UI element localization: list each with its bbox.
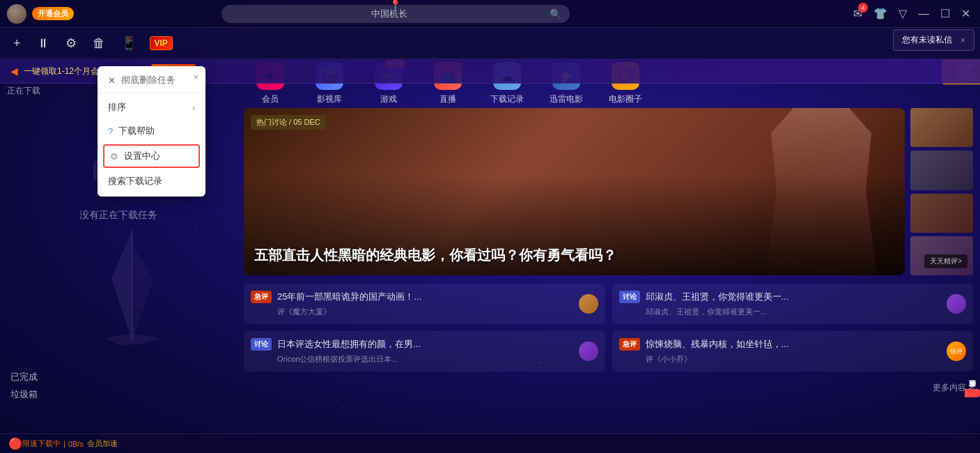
help-label: 下载帮助 bbox=[118, 125, 155, 137]
nav-label-film: 影视库 bbox=[317, 93, 342, 105]
article-subtitle-0: 评《魔方大厦》 bbox=[277, 307, 573, 317]
hero-thumb-3[interactable] bbox=[910, 194, 973, 233]
delete-icon: ✕ bbox=[108, 75, 116, 86]
dropdown-sort[interactable]: 排序 › bbox=[98, 95, 205, 119]
article-avatar-0 bbox=[579, 294, 598, 314]
dropdown-menu: × ✕ 彻底删除任务 排序 › ? 下载帮助 ⚙ 设置中心 搜索下载记录 bbox=[98, 66, 205, 197]
article-title-2: 日本评选女性最想拥有的颜，在男... bbox=[277, 338, 573, 351]
hero-thumb-2[interactable] bbox=[910, 151, 973, 190]
article-tag-3: 急评 bbox=[619, 338, 640, 351]
article-avatar-3: 锐评 bbox=[947, 341, 966, 361]
notification-text: 您有未读私信 bbox=[902, 34, 952, 46]
dropdown-search-records[interactable]: 搜索下载记录 bbox=[98, 169, 205, 193]
article-avatar-1 bbox=[947, 294, 966, 314]
nav-label-live: 直播 bbox=[440, 93, 456, 105]
article-item-3[interactable]: 急评 惊悚烧脑、残暴内核，如坐针毡，... 评《小小乔》 锐评 bbox=[612, 331, 974, 371]
pin-icon: 📍 bbox=[389, 0, 401, 10]
help-icon: ? bbox=[108, 126, 113, 137]
article-grid: 急评 25年前一部黑暗诡异的国产动画！... 评《魔方大厦》 讨论 邱淑贞、王祖… bbox=[244, 284, 973, 371]
dropdown-close-button[interactable]: × bbox=[193, 72, 199, 82]
stop-button[interactable]: ⚙ bbox=[63, 33, 79, 54]
speed-number: 0B/s bbox=[68, 440, 84, 448]
hero-title: 五部直击人性黑暗的经典电影，你看过吗？你有勇气看吗？ bbox=[254, 246, 894, 265]
article-title-1: 邱淑贞、王祖贤，你觉得谁更美一... bbox=[646, 291, 942, 303]
dropdown-help[interactable]: ? 下载帮助 bbox=[98, 119, 205, 143]
notification-close-button[interactable]: × bbox=[960, 36, 965, 45]
hero-main-image[interactable]: 热门讨论 / 05 DEC 五部直击人性黑暗的经典电影，你看过吗？你有勇气看吗？ bbox=[244, 108, 905, 275]
article-subtitle-2: Oricon公信榜根据投票评选出日本... bbox=[277, 354, 573, 364]
search-bar[interactable]: 📍 中国机长 🔍 bbox=[221, 5, 570, 23]
hero-tag: 热门讨论 / 05 DEC bbox=[251, 115, 326, 130]
article-tag-2: 讨论 bbox=[251, 338, 272, 351]
feedback-badge[interactable]: 有料信息举报 bbox=[965, 389, 980, 397]
article-content-2: 日本评选女性最想拥有的颜，在男... Oricon公信榜根据投票评选出日本... bbox=[277, 338, 573, 364]
vip-accel-text: 会员加速 bbox=[87, 438, 118, 449]
user-avatar[interactable] bbox=[7, 4, 26, 24]
article-avatar-2 bbox=[579, 341, 598, 361]
settings-icon: ⚙ bbox=[110, 151, 118, 162]
dropdown-divider-1 bbox=[98, 93, 205, 93]
more-content-link[interactable]: 更多内容 > bbox=[244, 378, 973, 397]
speed-value: | bbox=[63, 440, 65, 448]
mail-icon[interactable]: ✉ 4 bbox=[850, 6, 865, 22]
article-content-0: 25年前一部黑暗诡异的国产动画！... 评《魔方大厦》 bbox=[277, 291, 573, 317]
settings-label: 设置中心 bbox=[124, 150, 160, 162]
vip-label: VIP bbox=[150, 36, 173, 50]
search-icon: 🔍 bbox=[550, 8, 561, 20]
toolbar: + ⏸ ⚙ 🗑 📱 VIP bbox=[0, 28, 980, 59]
hero-thumbnails: 天天精评> bbox=[910, 108, 973, 275]
content-area: 热门讨论 / 05 DEC 五部直击人性黑暗的经典电影，你看过吗？你有勇气看吗？… bbox=[237, 108, 980, 433]
nav-label-thunder: 迅雷电影 bbox=[550, 93, 583, 105]
restore-button[interactable]: ☐ bbox=[938, 6, 953, 22]
shirt-icon[interactable]: 👕 bbox=[871, 6, 890, 22]
daily-review-button[interactable]: 天天精评> bbox=[924, 254, 967, 268]
article-title-0: 25年前一部黑暗诡异的国产动画！... bbox=[277, 291, 573, 303]
no-task-text: 没有正在下载任务 bbox=[79, 209, 157, 222]
dropdown-settings[interactable]: ⚙ 设置中心 bbox=[103, 144, 200, 168]
search-records-label: 搜索下载记录 bbox=[108, 175, 162, 187]
sort-label: 排序 bbox=[108, 101, 126, 114]
pause-button[interactable]: ⏸ bbox=[34, 33, 52, 54]
limit-icon: 🔴 bbox=[8, 437, 22, 450]
article-tag-1: 讨论 bbox=[619, 291, 640, 303]
vip-upgrade-button[interactable]: 开通会员 bbox=[32, 7, 74, 20]
filter-icon[interactable]: ▽ bbox=[896, 6, 910, 22]
hero-section: 热门讨论 / 05 DEC 五部直击人性黑暗的经典电影，你看过吗？你有勇气看吗？… bbox=[244, 108, 973, 275]
phone-button[interactable]: 📱 bbox=[118, 33, 139, 54]
article-subtitle-1: 邱淑贞、王祖贤，你觉得谁更美一... bbox=[646, 307, 942, 317]
speed-limit-text: 限速下载中 bbox=[22, 438, 61, 449]
hero-thumb-1[interactable] bbox=[910, 108, 973, 147]
article-item-0[interactable]: 急评 25年前一部黑暗诡异的国产动画！... 评《魔方大厦》 bbox=[244, 284, 605, 324]
status-bar: 🔴 限速下载中 | 0B/s 会员加速 bbox=[0, 433, 980, 453]
nav-label-vip: 会员 bbox=[262, 93, 279, 105]
article-tag-0: 急评 bbox=[251, 291, 272, 303]
right-panel: ♥ 会员 🎬 影视库 🎮 家会员 游戏 📺 直播 ☁ bbox=[237, 59, 980, 433]
speed-status: 限速下载中 | 0B/s bbox=[22, 438, 84, 449]
article-subtitle-3: 评《小小乔》 bbox=[646, 354, 942, 364]
article-content-3: 惊悚烧脑、残暴内核，如坐针毡，... 评《小小乔》 bbox=[646, 338, 942, 364]
close-button[interactable]: ✕ bbox=[958, 6, 973, 22]
dropdown-delete-task[interactable]: ✕ 彻底删除任务 bbox=[98, 70, 205, 91]
article-item-2[interactable]: 讨论 日本评选女性最想拥有的颜，在男... Oricon公信榜根据投票评选出日本… bbox=[244, 331, 605, 371]
article-item-1[interactable]: 讨论 邱淑贞、王祖贤，你觉得谁更美一... 邱淑贞、王祖贤，你觉得谁更美一... bbox=[612, 284, 974, 324]
nav-label-game: 游戏 bbox=[380, 93, 397, 105]
article-content-1: 邱淑贞、王祖贤，你觉得谁更美一... 邱淑贞、王祖贤，你觉得谁更美一... bbox=[646, 291, 942, 317]
minimize-button[interactable]: — bbox=[915, 6, 932, 22]
notification-popup: 您有未读私信 × bbox=[893, 29, 974, 51]
article-title-3: 惊悚烧脑、残暴内核，如坐针毡，... bbox=[646, 338, 942, 351]
sort-arrow-icon: › bbox=[192, 102, 195, 113]
titlebar: 开通会员 📍 中国机长 🔍 ✉ 4 👕 ▽ — ☐ ✕ bbox=[0, 0, 980, 28]
nav-label-cinema: 电影圈子 bbox=[609, 93, 642, 105]
titlebar-controls: ✉ 4 👕 ▽ — ☐ ✕ bbox=[850, 6, 973, 22]
promo-arrow-icon: ◀ bbox=[10, 66, 18, 77]
add-button[interactable]: + bbox=[10, 33, 24, 54]
delete-button[interactable]: 🗑 bbox=[90, 33, 108, 54]
dropdown-delete-label: 彻底删除任务 bbox=[121, 74, 176, 86]
nav-label-download-records: 下载记录 bbox=[490, 93, 524, 105]
